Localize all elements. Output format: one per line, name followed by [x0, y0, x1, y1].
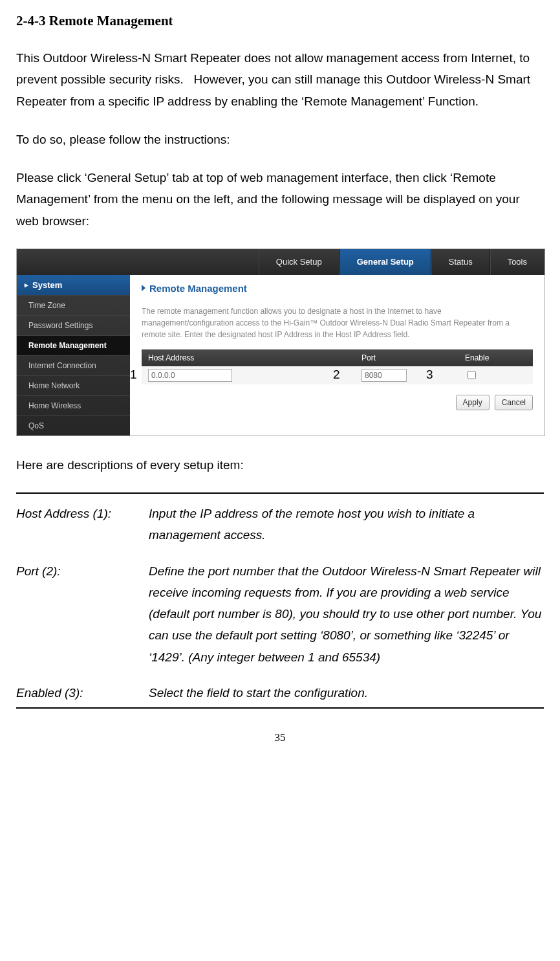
tab-tools[interactable]: Tools [490, 249, 544, 275]
paragraph-3: Please click ‘General Setup’ tab at top … [16, 167, 544, 232]
apply-button[interactable]: Apply [456, 395, 490, 410]
divider-bottom [16, 707, 544, 709]
callout-2: 2 [333, 368, 340, 382]
header-enable: Enable [458, 349, 533, 366]
field-header-row: Host Address Port Enable [142, 349, 533, 366]
sidebar-item-home-network[interactable]: Home Network [17, 375, 130, 395]
def-term: Enabled (3): [16, 682, 149, 703]
page-number: 35 [16, 731, 544, 744]
def-row-port: Port (2): Define the port number that th… [16, 560, 544, 668]
def-row-host-address: Host Address (1): Input the IP address o… [16, 503, 544, 546]
callout-3: 3 [426, 368, 433, 382]
def-term: Port (2): [16, 560, 149, 668]
sidebar-item-internet-connection[interactable]: Internet Connection [17, 355, 130, 375]
paragraph-1: This Outdoor Wireless-N Smart Repeater d… [16, 47, 544, 112]
sidebar-header-system[interactable]: System [17, 275, 130, 295]
tab-quick-setup[interactable]: Quick Setup [259, 249, 339, 275]
sidebar-item-password-settings[interactable]: Password Settings [17, 315, 130, 335]
host-address-input[interactable] [148, 369, 232, 382]
def-desc: Input the IP address of the remote host … [149, 503, 544, 546]
def-term: Host Address (1): [16, 503, 149, 546]
content-description: The remote management function allows yo… [142, 305, 533, 340]
header-port: Port [355, 349, 458, 366]
tab-status[interactable]: Status [431, 249, 490, 275]
paragraph-2: To do so, please follow the instructions… [16, 129, 544, 150]
header-host-address: Host Address [142, 349, 355, 366]
button-row: Apply Cancel [142, 395, 533, 410]
descriptions-intro: Here are descriptions of every setup ite… [16, 454, 544, 476]
def-row-enabled: Enabled (3): Select the field to start t… [16, 682, 544, 703]
def-desc: Define the port number that the Outdoor … [149, 560, 544, 668]
divider-top [16, 492, 544, 494]
sidebar: System Time Zone Password Settings Remot… [17, 275, 130, 436]
enable-checkbox[interactable] [468, 371, 476, 379]
sidebar-item-home-wireless[interactable]: Home Wireless [17, 395, 130, 415]
sidebar-item-time-zone[interactable]: Time Zone [17, 295, 130, 315]
def-desc: Select the field to start the configurat… [149, 682, 544, 703]
callout-1: 1 [130, 368, 137, 382]
tab-general-setup[interactable]: General Setup [339, 249, 431, 275]
sidebar-item-qos[interactable]: QoS [17, 415, 130, 436]
content-pane: Remote Management The remote management … [130, 275, 544, 436]
sidebar-item-remote-management[interactable]: Remote Management [17, 335, 130, 355]
definitions-table: Host Address (1): Input the IP address o… [16, 503, 544, 703]
router-ui-screenshot: Quick Setup General Setup Status Tools S… [16, 249, 545, 436]
port-input[interactable] [361, 369, 407, 382]
content-title: Remote Management [142, 283, 533, 294]
section-heading: 2-4-3 Remote Management [16, 13, 544, 29]
cancel-button[interactable]: Cancel [495, 395, 533, 410]
top-nav: Quick Setup General Setup Status Tools [17, 249, 544, 275]
nav-spacer [17, 249, 259, 275]
